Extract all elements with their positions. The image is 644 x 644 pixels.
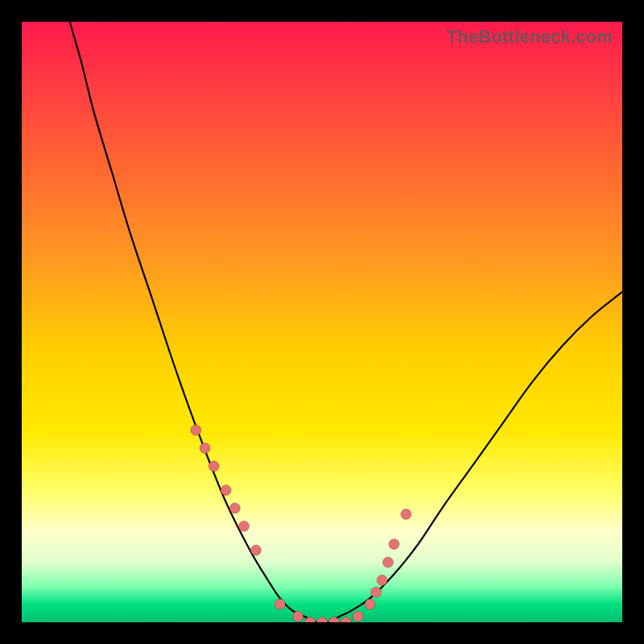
data-marker <box>383 557 394 568</box>
data-marker <box>293 611 303 621</box>
data-marker <box>371 587 382 597</box>
data-marker <box>341 617 351 623</box>
data-marker <box>221 485 231 495</box>
data-marker <box>328 617 339 623</box>
data-marker <box>389 539 399 550</box>
data-marker <box>365 599 375 609</box>
chart-frame: TheBottleneck.com <box>0 0 644 644</box>
data-marker <box>401 509 411 519</box>
data-marker <box>353 611 363 621</box>
plot-area: TheBottleneck.com <box>22 22 622 622</box>
data-marker <box>200 443 210 453</box>
watermark-text: TheBottleneck.com <box>447 27 613 47</box>
data-marker <box>317 617 328 623</box>
data-marker <box>305 617 316 623</box>
curve-line <box>70 22 622 622</box>
data-marker <box>239 521 250 531</box>
data-marker <box>229 503 240 514</box>
data-marker <box>250 545 261 555</box>
markers-group <box>191 425 411 622</box>
data-marker <box>377 575 387 585</box>
data-marker <box>191 425 201 436</box>
data-marker <box>275 599 285 609</box>
data-marker <box>208 461 219 472</box>
chart-svg <box>22 22 622 622</box>
